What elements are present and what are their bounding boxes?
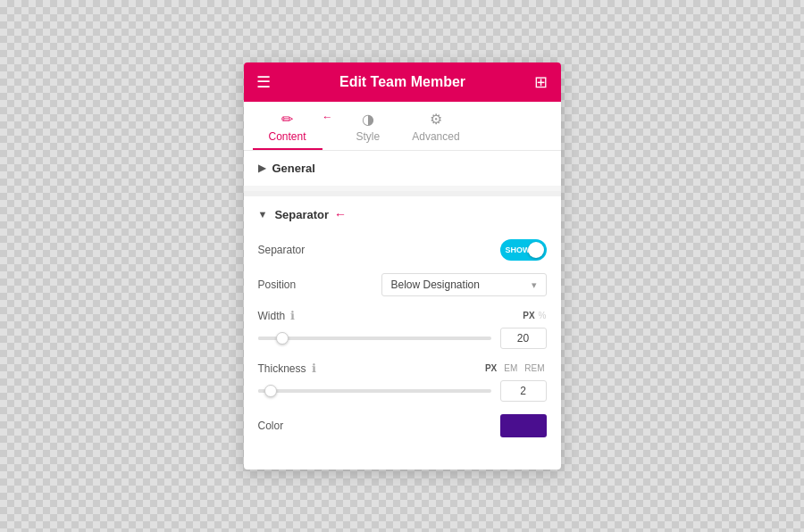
advanced-tab-icon: ⚙: [430, 111, 442, 128]
panel-header: ☰ Edit Team Member ⊞: [244, 62, 561, 102]
panel-body: ▶ General ▼ Separator ← Separator SHOW: [244, 151, 561, 464]
thickness-slider-row: Thickness ℹ PX EM REM: [258, 362, 547, 402]
general-section-label: General: [272, 162, 315, 175]
toggle-show-text: SHOW: [506, 245, 531, 254]
position-label: Position: [258, 278, 297, 291]
general-section-header[interactable]: ▶ General: [244, 151, 561, 186]
grid-icon[interactable]: ⊞: [534, 72, 548, 92]
width-slider-input: [258, 328, 547, 349]
thickness-unit-rem[interactable]: REM: [523, 362, 546, 374]
style-tab-label: Style: [356, 130, 381, 143]
content-tab-label: Content: [269, 130, 306, 143]
separator-label: Separator: [258, 244, 306, 256]
position-value: Below Designation: [391, 278, 480, 291]
width-input[interactable]: [500, 328, 547, 349]
separator-section-header[interactable]: ▼ Separator ←: [244, 196, 561, 232]
thickness-unit-em[interactable]: EM: [502, 362, 519, 374]
thickness-slider-fill: [258, 389, 265, 393]
chevron-down-icon: ▾: [532, 279, 537, 291]
menu-icon[interactable]: ☰: [256, 72, 271, 92]
general-section: ▶ General: [244, 151, 561, 186]
thickness-unit-px[interactable]: PX: [483, 362, 498, 374]
width-unit-pct[interactable]: %: [539, 311, 547, 320]
color-field-row: Color: [258, 414, 547, 437]
separator-field-row: Separator SHOW: [258, 239, 547, 261]
separator-collapse-arrow: ▼: [258, 209, 268, 220]
position-dropdown[interactable]: Below Designation ▾: [381, 273, 547, 296]
thickness-slider-thumb[interactable]: [264, 385, 277, 397]
style-tab-icon: ◑: [362, 111, 374, 128]
tabs-bar: ✏ Content ← ◑ Style ⚙ Advanced: [244, 102, 561, 151]
tab-style[interactable]: ◑ Style: [340, 102, 397, 150]
panel-title: Edit Team Member: [339, 74, 465, 90]
thickness-label: Thickness ℹ: [258, 362, 316, 375]
separator-section-content: Separator SHOW Position Below Designatio…: [244, 232, 561, 464]
width-unit-label: PX %: [523, 311, 546, 320]
width-row-header: Width ℹ PX %: [258, 309, 547, 322]
width-info-icon[interactable]: ℹ: [290, 309, 295, 322]
edit-panel: ☰ Edit Team Member ⊞ ✏ Content ← ◑ Style…: [244, 62, 561, 470]
color-label: Color: [258, 420, 284, 432]
width-unit-px[interactable]: PX: [523, 311, 534, 320]
width-slider-row: Width ℹ PX %: [258, 309, 547, 349]
separator-section: ▼ Separator ← Separator SHOW: [244, 196, 561, 464]
toggle-knob: [528, 242, 544, 258]
content-tab-icon: ✏: [281, 111, 293, 128]
thickness-row-header: Thickness ℹ PX EM REM: [258, 362, 547, 375]
tab-content[interactable]: ✏ Content: [253, 102, 322, 150]
tab-arrow-indicator: ←: [322, 111, 333, 150]
width-label: Width ℹ: [258, 309, 296, 322]
thickness-units: PX EM REM: [483, 362, 547, 374]
separator-toggle[interactable]: SHOW: [500, 239, 547, 261]
advanced-tab-label: Advanced: [412, 130, 459, 143]
color-swatch[interactable]: [500, 414, 547, 437]
thickness-info-icon[interactable]: ℹ: [312, 362, 316, 375]
general-collapse-arrow: ▶: [258, 162, 265, 174]
thickness-slider-track[interactable]: [258, 389, 491, 393]
width-slider-fill: [258, 337, 277, 340]
position-field-row: Position Below Designation ▾: [258, 273, 547, 296]
width-slider-track[interactable]: [258, 337, 491, 340]
thickness-input[interactable]: [500, 380, 547, 402]
separator-arrow-indicator: ←: [334, 207, 347, 221]
width-slider-thumb[interactable]: [276, 332, 289, 345]
separator-section-label: Separator: [274, 208, 329, 221]
thickness-slider-input: [258, 380, 547, 402]
tab-advanced[interactable]: ⚙ Advanced: [396, 102, 475, 150]
